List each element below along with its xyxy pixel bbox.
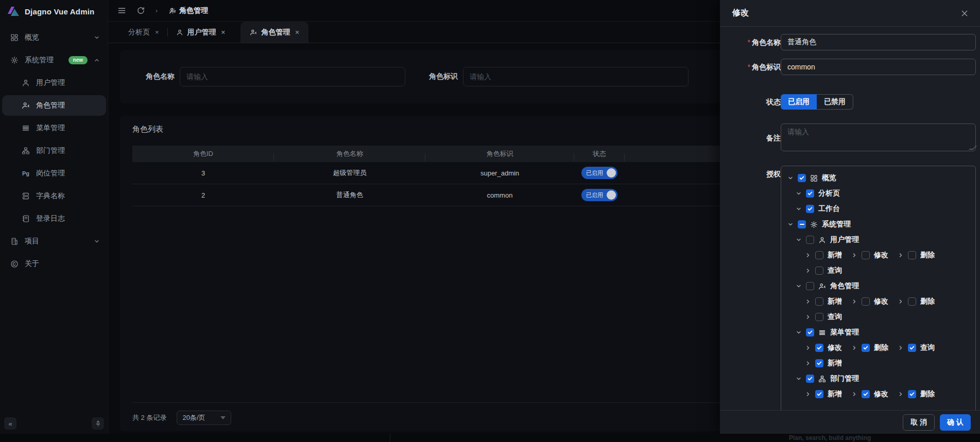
chevron-down-icon[interactable] xyxy=(787,175,794,181)
role-code-input[interactable] xyxy=(781,59,976,75)
status-option-disabled[interactable]: 已禁用 xyxy=(817,94,853,110)
remark-textarea[interactable] xyxy=(781,123,976,151)
tab-analysis[interactable]: 分析页 × xyxy=(120,22,167,43)
chevron-down-icon[interactable] xyxy=(796,329,802,335)
sidebar-item-projects[interactable]: 项目 xyxy=(2,231,106,252)
tree-node-query[interactable]: 查询 xyxy=(898,343,935,352)
chevron-right-icon[interactable] xyxy=(851,345,857,351)
tree-node-analysis[interactable]: 分析页 xyxy=(796,189,840,198)
tree-node-delete[interactable]: 删除 xyxy=(898,390,935,399)
chevron-right-icon[interactable] xyxy=(851,298,857,305)
chevron-right-icon[interactable] xyxy=(805,345,811,351)
chevron-right-icon[interactable] xyxy=(805,391,811,397)
checkbox-unchecked[interactable] xyxy=(862,251,870,259)
tree-node-add[interactable]: 新增 xyxy=(805,359,842,368)
checkbox-checked[interactable] xyxy=(815,390,823,398)
hamburger-icon[interactable] xyxy=(117,6,126,15)
tab-close-icon[interactable]: × xyxy=(295,28,299,36)
tree-node-edit[interactable]: 修改 xyxy=(851,251,888,260)
tree-node-add[interactable]: 新增 xyxy=(805,251,842,260)
chevron-right-icon[interactable] xyxy=(898,252,904,258)
sidebar-item-roles[interactable]: 角色管理 xyxy=(2,95,106,116)
chevron-down-icon[interactable] xyxy=(796,206,802,212)
checkbox-checked[interactable] xyxy=(908,344,916,352)
chevron-down-icon[interactable] xyxy=(796,237,802,243)
chevron-right-icon[interactable] xyxy=(898,391,904,397)
tree-node-workbench[interactable]: 工作台 xyxy=(796,204,840,214)
checkbox-unchecked[interactable] xyxy=(815,251,823,259)
tree-node-edit[interactable]: 修改 xyxy=(851,297,888,306)
tab-close-icon[interactable]: × xyxy=(221,28,226,36)
chevron-right-icon[interactable] xyxy=(851,252,857,258)
checkbox-indeterminate[interactable] xyxy=(798,220,806,228)
checkbox-checked[interactable] xyxy=(862,344,870,352)
sidebar-item-dictionary[interactable]: 字典名称 xyxy=(2,186,106,206)
tree-node-roles[interactable]: 角色管理 xyxy=(796,281,859,291)
chevron-right-icon[interactable] xyxy=(851,391,857,397)
chevron-down-icon[interactable] xyxy=(796,376,802,382)
status-toggle[interactable]: 已启用 xyxy=(581,167,617,179)
checkbox-unchecked[interactable] xyxy=(815,297,823,306)
chevron-right-icon[interactable] xyxy=(898,298,904,305)
tree-node-delete[interactable]: 删除 xyxy=(851,343,888,352)
sidebar-item-menus[interactable]: 菜单管理 xyxy=(2,118,106,138)
sidebar-item-about[interactable]: 关于 xyxy=(2,254,106,274)
checkbox-unchecked[interactable] xyxy=(806,282,814,290)
chevron-right-icon[interactable] xyxy=(898,345,904,351)
sidebar-item-login-logs[interactable]: 登录日志 xyxy=(2,208,106,229)
logo[interactable]: Djagno Vue Admin xyxy=(0,0,108,23)
chevron-down-icon[interactable] xyxy=(787,221,794,227)
sidebar-collapse-button[interactable]: « xyxy=(4,417,16,430)
checkbox-checked[interactable] xyxy=(862,390,870,398)
checkbox-unchecked[interactable] xyxy=(815,313,823,321)
chevron-down-icon[interactable] xyxy=(796,283,802,289)
confirm-button[interactable]: 确 认 xyxy=(940,414,971,431)
tab-close-icon[interactable]: × xyxy=(155,28,159,36)
status-toggle[interactable]: 已启用 xyxy=(581,189,617,201)
refresh-icon[interactable] xyxy=(136,6,145,15)
cancel-button[interactable]: 取 消 xyxy=(903,414,935,431)
role-name-search-input[interactable] xyxy=(180,67,405,86)
tree-node-edit[interactable]: 修改 xyxy=(805,343,842,352)
checkbox-checked[interactable] xyxy=(806,189,814,198)
checkbox-unchecked[interactable] xyxy=(815,267,823,275)
tree-node-edit[interactable]: 修改 xyxy=(851,390,888,399)
tree-node-overview[interactable]: 概览 xyxy=(787,173,836,183)
checkbox-checked[interactable] xyxy=(815,359,823,367)
checkbox-checked[interactable] xyxy=(806,375,814,383)
tab-users[interactable]: 用户管理 × xyxy=(168,22,234,43)
checkbox-checked[interactable] xyxy=(806,205,814,213)
tree-node-delete[interactable]: 删除 xyxy=(898,297,935,306)
tree-node-departments[interactable]: 部门管理 xyxy=(796,374,859,383)
checkbox-checked[interactable] xyxy=(806,328,814,337)
checkbox-checked[interactable] xyxy=(908,390,916,398)
tree-node-add[interactable]: 新增 xyxy=(805,390,842,399)
tree-node-query[interactable]: 查询 xyxy=(805,266,842,275)
sidebar-item-system[interactable]: 系统管理 new xyxy=(2,50,106,70)
sidebar-pin-button[interactable] xyxy=(92,417,104,430)
checkbox-unchecked[interactable] xyxy=(862,297,870,306)
close-icon[interactable] xyxy=(960,9,969,17)
status-option-enabled[interactable]: 已启用 xyxy=(781,94,817,110)
sidebar-item-departments[interactable]: 部门管理 xyxy=(2,140,106,161)
chevron-right-icon[interactable] xyxy=(805,252,811,258)
tree-node-system[interactable]: 系统管理 xyxy=(787,220,851,229)
checkbox-unchecked[interactable] xyxy=(908,251,916,259)
role-name-input[interactable] xyxy=(781,34,976,50)
page-size-select[interactable]: 20条/页 xyxy=(177,411,231,425)
tree-node-users[interactable]: 用户管理 xyxy=(796,235,859,244)
chevron-right-icon[interactable] xyxy=(805,314,811,320)
role-code-search-input[interactable] xyxy=(463,67,689,86)
checkbox-checked[interactable] xyxy=(798,174,806,182)
chevron-right-icon[interactable] xyxy=(805,360,811,366)
tree-node-query[interactable]: 查询 xyxy=(805,312,842,322)
tab-roles[interactable]: 角色管理 × xyxy=(240,22,308,43)
chevron-right-icon[interactable] xyxy=(805,268,811,274)
tree-node-delete[interactable]: 删除 xyxy=(898,251,935,260)
chevron-down-icon[interactable] xyxy=(796,190,802,197)
chevron-right-icon[interactable] xyxy=(805,298,811,305)
checkbox-unchecked[interactable] xyxy=(908,297,916,306)
checkbox-unchecked[interactable] xyxy=(806,236,814,244)
sidebar-item-overview[interactable]: 概览 xyxy=(2,27,106,48)
sidebar-item-posts[interactable]: Pg 岗位管理 xyxy=(2,163,106,184)
